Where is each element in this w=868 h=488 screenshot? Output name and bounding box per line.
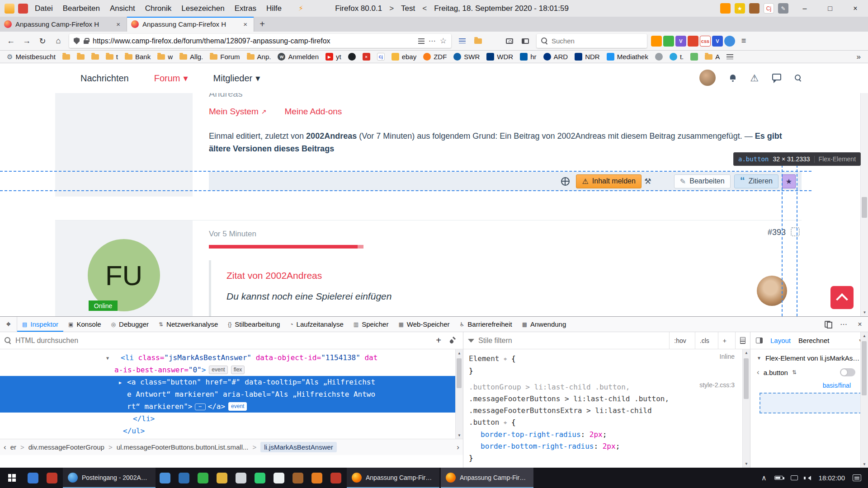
- sidebar-icon[interactable]: [518, 34, 533, 48]
- scrollbar-thumb[interactable]: [862, 197, 867, 218]
- menu-hamburger-icon[interactable]: ≡: [736, 34, 751, 48]
- menu-datei[interactable]: Datei: [30, 2, 58, 15]
- scroll-down-arrow[interactable]: ▼: [743, 460, 750, 468]
- tab-stilbearbeitung[interactable]: {}Stilbearbeitung: [223, 317, 285, 332]
- post-timestamp[interactable]: Vor 5 Minuten: [209, 230, 256, 239]
- taskbar-app-icon-11[interactable]: [307, 468, 326, 488]
- bookmark-folder-a[interactable]: A: [702, 52, 723, 62]
- devtools-close-button[interactable]: ×: [852, 317, 868, 332]
- extension-icon-3[interactable]: V: [675, 36, 686, 47]
- bookmark-folder-w[interactable]: w: [154, 52, 176, 62]
- extension-icon-6[interactable]: [724, 36, 735, 47]
- bookmark-folder[interactable]: [74, 53, 88, 61]
- bookmark-folder-anp[interactable]: Anp.: [244, 52, 274, 62]
- meine-addons-link[interactable]: Meine Add-ons: [285, 107, 342, 117]
- menu-hilfe[interactable]: Hilfe: [261, 2, 287, 15]
- nav-nachrichten[interactable]: Nachrichten: [80, 73, 129, 84]
- bookmark-zdf[interactable]: ZDF: [420, 52, 450, 62]
- browser-tab-2-active[interactable]: Anpassung Camp-Firefox H ×: [127, 17, 254, 32]
- bookmark-globe[interactable]: [652, 52, 666, 62]
- dock-panel-icon[interactable]: [756, 338, 763, 343]
- start-button[interactable]: [0, 468, 24, 488]
- tab-speicher[interactable]: ▥Speicher: [349, 317, 394, 332]
- notepad-edit-icon[interactable]: ✎: [778, 3, 788, 14]
- bookmark-list[interactable]: [723, 53, 736, 61]
- collapse-arrow-icon[interactable]: ▼: [106, 352, 109, 364]
- bookmarks-folder-icon[interactable]: [471, 34, 485, 48]
- breadcrumb-item-selected[interactable]: li.jsMarkAsBestAnswer: [260, 442, 337, 452]
- edit-author[interactable]: 2002Andreas: [306, 131, 357, 141]
- conversations-icon[interactable]: [772, 74, 781, 80]
- bookmark-folder-allg[interactable]: Allg.: [176, 52, 206, 62]
- bookmark-swr[interactable]: SWR: [450, 52, 483, 62]
- taskbar-window-thunderbird[interactable]: Posteingang - 2002An…: [63, 468, 156, 488]
- library-icon[interactable]: [455, 34, 469, 48]
- extension-icon-5[interactable]: V: [712, 36, 723, 47]
- taskbar-app-icon-5[interactable]: [193, 468, 212, 488]
- minimize-button[interactable]: –: [792, 0, 817, 17]
- addon-icon-orange[interactable]: [720, 3, 731, 14]
- highlight-selector-icon[interactable]: ⌖: [504, 419, 507, 426]
- tab-inspektor[interactable]: ▤Inspektor: [17, 317, 63, 332]
- notes-addon-icon[interactable]: [5, 4, 14, 14]
- reader-mode-icon[interactable]: [418, 38, 425, 44]
- bookmarks-overflow-chevron[interactable]: »: [853, 52, 864, 61]
- css-property[interactable]: border-top-right-radius: 2px;: [469, 429, 682, 441]
- calendar-addon-icon[interactable]: [18, 4, 28, 14]
- home-button[interactable]: ⌂: [51, 34, 66, 48]
- taskbar-app-icon-10[interactable]: [288, 468, 307, 488]
- bookmark-folder-t[interactable]: t: [103, 52, 121, 62]
- markup-view[interactable]: ▼<li class="jsMarkAsBestAnswer" data-obj…: [0, 349, 463, 439]
- flex-item-selector[interactable]: a.button: [764, 369, 788, 376]
- mein-system-link[interactable]: Mein System↗: [209, 107, 267, 117]
- markup-close-li[interactable]: </li>: [133, 414, 155, 423]
- forward-button[interactable]: →: [19, 34, 34, 48]
- tab-berechnet[interactable]: Berechnet: [798, 337, 829, 344]
- reload-button[interactable]: ↻: [35, 34, 50, 48]
- extension-icon-1[interactable]: [651, 36, 662, 47]
- action-center-icon[interactable]: [853, 474, 861, 481]
- bookmark-x[interactable]: ×: [359, 52, 373, 62]
- extension-icon-4[interactable]: [688, 36, 698, 47]
- download-icon[interactable]: [486, 34, 501, 48]
- add-node-button[interactable]: +: [431, 335, 446, 346]
- breadcrumb-item[interactable]: div.messageFooterGroup: [28, 443, 104, 451]
- quote-button[interactable]: “Zitieren: [734, 174, 778, 188]
- speaker-icon[interactable]: [806, 476, 811, 480]
- lock-icon[interactable]: [84, 40, 89, 44]
- taskbar-app-icon-6[interactable]: [212, 468, 231, 488]
- taskbar-app-icon-12[interactable]: [326, 468, 345, 488]
- menu-extras[interactable]: Extras: [230, 2, 261, 15]
- bookmark-folder-bank[interactable]: Bank: [122, 52, 154, 62]
- network-icon[interactable]: [791, 475, 798, 480]
- tab-netzwerkanalyse[interactable]: ⇅Netzwerkanalyse: [154, 317, 223, 332]
- devtools-options-button[interactable]: ⋯: [835, 317, 852, 332]
- responsive-design-mode-button[interactable]: [819, 317, 835, 332]
- markup-close-ul[interactable]: </ul>: [123, 427, 145, 435]
- print-media-icon[interactable]: [735, 332, 750, 349]
- site-search-icon[interactable]: [795, 75, 802, 81]
- scroll-up-arrow[interactable]: ▲: [861, 332, 868, 339]
- scroll-up-arrow[interactable]: ▲: [743, 349, 750, 357]
- layout-scrollbar[interactable]: ▲ ▼: [860, 332, 868, 468]
- eyedropper-icon[interactable]: [450, 338, 456, 343]
- flex-item-diagram[interactable]: [760, 393, 862, 413]
- tab-web-speicher[interactable]: ▦Web-Speicher: [393, 317, 454, 332]
- search-input[interactable]: [552, 37, 642, 45]
- tracking-shield-icon[interactable]: [74, 38, 80, 44]
- search-bar[interactable]: [537, 34, 647, 48]
- tab-close-icon[interactable]: ×: [114, 20, 123, 28]
- bookmark-ebay[interactable]: ebay: [388, 52, 420, 62]
- tab-anwendung[interactable]: ▩Anwendung: [517, 317, 571, 332]
- maximize-button[interactable]: □: [817, 0, 843, 17]
- tab-barrierefreiheit[interactable]: ♿Barrierefreiheit: [455, 317, 517, 332]
- pick-element-button[interactable]: ⌖: [0, 317, 17, 332]
- taskbar-app-icon-8[interactable]: [250, 468, 269, 488]
- addon-icon-mug[interactable]: [749, 3, 760, 14]
- scroll-down-arrow[interactable]: ▼: [861, 460, 868, 468]
- url-input[interactable]: [93, 37, 414, 45]
- tab-close-icon[interactable]: ×: [241, 20, 250, 28]
- bookmark-ard[interactable]: ARD: [540, 52, 571, 62]
- taskbar-app-icon-4[interactable]: [175, 468, 193, 488]
- taskbar-app-icon-9[interactable]: [269, 468, 288, 488]
